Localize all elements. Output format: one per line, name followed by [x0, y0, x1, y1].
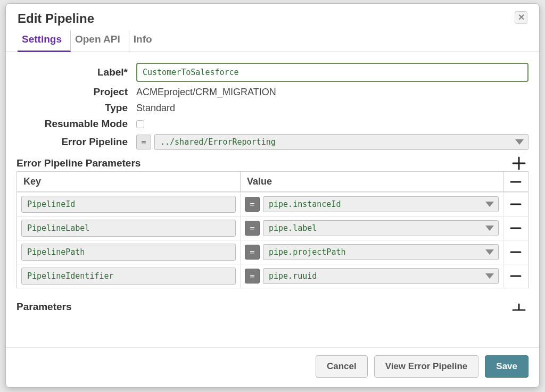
- dialog-header: Edit Pipeline ✕: [6, 4, 539, 30]
- value-project: ACMEproject/CRM_MIGRATION: [136, 87, 529, 98]
- dialog-title: Edit Pipeline: [18, 11, 94, 26]
- dialog-body[interactable]: Label* Project ACMEproject/CRM_MIGRATION…: [6, 52, 539, 347]
- row-project: Project ACMEproject/CRM_MIGRATION: [16, 86, 529, 98]
- section-error-params-title: Error Pipeline Parameters: [16, 157, 141, 169]
- save-button[interactable]: Save: [485, 355, 529, 378]
- row-resumable: Resumable Mode: [16, 118, 529, 130]
- section-parameters-title: Parameters: [16, 301, 72, 313]
- cancel-button[interactable]: Cancel: [316, 355, 368, 378]
- view-error-pipeline-button[interactable]: View Error Pipeline: [374, 355, 479, 378]
- row-error-pipeline: Error Pipeline = ../shared/ErrorReportin…: [16, 134, 529, 150]
- label-project: Project: [16, 86, 136, 98]
- expression-toggle-button[interactable]: =: [245, 269, 260, 283]
- chevron-down-icon: [485, 226, 494, 231]
- header-key: Key: [17, 172, 241, 191]
- remove-param-button[interactable]: [503, 216, 528, 240]
- error-params-table: Key Value = pipe.instanceId: [16, 171, 529, 288]
- param-key-input[interactable]: [21, 244, 236, 261]
- tabs: Settings Open API Info: [6, 30, 539, 52]
- add-error-param-button[interactable]: [509, 156, 529, 170]
- remove-all-button[interactable]: [503, 172, 528, 191]
- error-params-header: Key Value: [17, 172, 528, 192]
- row-type: Type Standard: [16, 102, 529, 114]
- header-value: Value: [241, 172, 503, 191]
- expression-toggle-button[interactable]: =: [245, 197, 260, 212]
- edit-pipeline-dialog: Edit Pipeline ✕ Settings Open API Info L…: [5, 3, 540, 388]
- row-label: Label*: [16, 63, 529, 82]
- section-error-params: Error Pipeline Parameters: [16, 155, 529, 171]
- expression-toggle-button[interactable]: =: [245, 221, 260, 236]
- close-icon[interactable]: ✕: [515, 11, 527, 24]
- label-label: Label*: [16, 66, 136, 78]
- resumable-checkbox[interactable]: [136, 120, 144, 128]
- param-row: = pipe.ruuid: [17, 264, 528, 288]
- tab-open-api[interactable]: Open API: [71, 30, 129, 52]
- param-key-input[interactable]: [21, 268, 236, 285]
- param-value-text: pipe.label: [269, 223, 483, 233]
- param-key-input[interactable]: [21, 220, 236, 237]
- chevron-down-icon: [485, 249, 494, 255]
- param-row: = pipe.projectPath: [17, 240, 528, 264]
- remove-param-button[interactable]: [503, 193, 528, 216]
- param-value-text: pipe.instanceId: [269, 199, 483, 209]
- param-row: = pipe.instanceId: [17, 192, 528, 216]
- label-type: Type: [16, 102, 136, 114]
- label-resumable: Resumable Mode: [16, 118, 136, 130]
- value-type: Standard: [136, 103, 529, 114]
- param-value-dropdown[interactable]: pipe.ruuid: [263, 268, 499, 284]
- param-value-text: pipe.ruuid: [269, 271, 483, 281]
- param-key-input[interactable]: [21, 196, 236, 213]
- param-value-dropdown[interactable]: pipe.instanceId: [263, 196, 499, 212]
- chevron-down-icon: [485, 273, 494, 279]
- tab-settings[interactable]: Settings: [18, 30, 71, 52]
- remove-param-button[interactable]: [503, 264, 528, 288]
- chevron-down-icon: [485, 202, 494, 207]
- error-pipeline-value: ../shared/ErrorReporting: [160, 137, 513, 147]
- expression-toggle-button[interactable]: =: [245, 245, 260, 260]
- param-value-dropdown[interactable]: pipe.projectPath: [263, 244, 499, 260]
- remove-param-button[interactable]: [503, 240, 528, 264]
- tab-info[interactable]: Info: [129, 30, 161, 52]
- label-error-pipeline: Error Pipeline: [16, 136, 136, 148]
- error-pipeline-dropdown[interactable]: ../shared/ErrorReporting: [154, 134, 529, 150]
- chevron-down-icon: [515, 139, 524, 145]
- expression-toggle-button[interactable]: =: [136, 135, 151, 149]
- section-parameters: Parameters: [16, 299, 529, 315]
- param-value-dropdown[interactable]: pipe.label: [263, 220, 499, 236]
- add-parameter-button[interactable]: [509, 303, 529, 311]
- param-value-text: pipe.projectPath: [269, 247, 483, 257]
- param-row: = pipe.label: [17, 216, 528, 240]
- label-input[interactable]: [136, 63, 529, 82]
- dialog-footer: Cancel View Error Pipeline Save: [6, 347, 539, 387]
